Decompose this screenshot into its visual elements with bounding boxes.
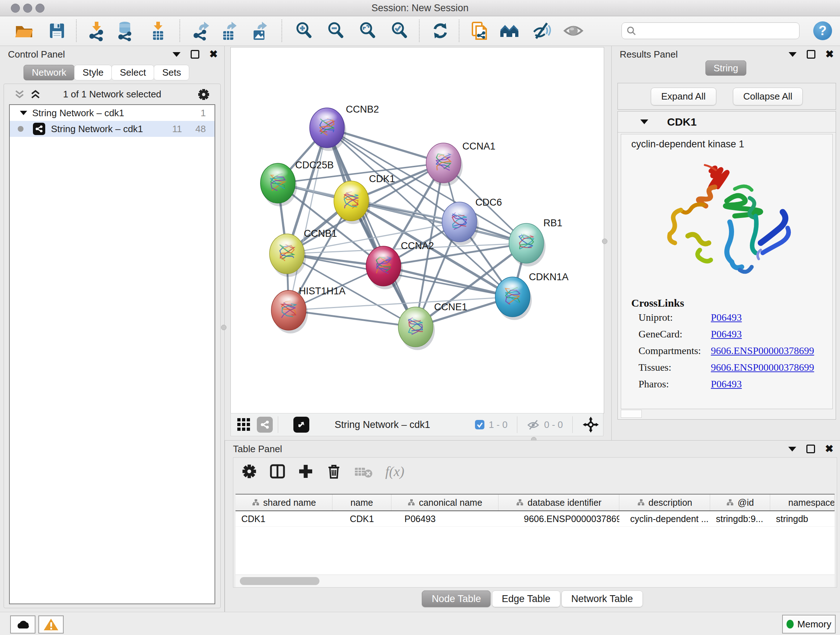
detach-view-icon[interactable] <box>294 417 309 432</box>
node-label-CCNA1: CCNA1 <box>462 141 496 152</box>
crosslink-label: Uniprot: <box>638 312 711 323</box>
crosslink-row: Uniprot: P06493 <box>621 309 832 326</box>
crosslink-tissues-link[interactable]: 9606.ENSP00000378699 <box>711 362 814 373</box>
delete-column-icon[interactable] <box>325 463 343 480</box>
warnings-button[interactable] <box>38 616 64 633</box>
refresh-icon[interactable] <box>430 20 451 41</box>
birds-eye-view-icon[interactable] <box>236 416 252 433</box>
main-toolbar: ? <box>0 16 840 46</box>
network-node-RB1[interactable]: RB1 <box>509 218 562 266</box>
column-header-canonical-name[interactable]: canonical name <box>392 494 499 510</box>
import-table-file-icon[interactable] <box>148 20 169 41</box>
save-session-icon[interactable] <box>46 20 67 41</box>
tree-expander-icon[interactable] <box>20 111 27 115</box>
network-options-gear-icon[interactable] <box>197 88 210 101</box>
section-collapse-icon[interactable] <box>640 119 648 124</box>
crosslink-label: Tissues: <box>638 362 711 373</box>
network-canvas[interactable]: CCNB2CCNA1CDC25BCDK1CDC6RB1CCNB1CCNA2CDK… <box>231 47 604 413</box>
show-all-icon[interactable] <box>563 20 584 41</box>
crosslink-genecard-link[interactable]: P06493 <box>711 328 742 340</box>
crosslink-pharos-link[interactable]: P06493 <box>711 378 742 390</box>
collapse-all-button[interactable]: Collapse All <box>733 88 803 105</box>
column-header-namespace[interactable]: namespace <box>770 494 835 510</box>
export-image-icon[interactable] <box>249 20 270 41</box>
network-edge[interactable] <box>289 128 327 310</box>
expand-all-button[interactable]: Expand All <box>651 88 716 105</box>
node-label-CDC6: CDC6 <box>475 197 502 208</box>
gene-description: cyclin-dependent kinase 1 <box>621 134 832 150</box>
import-network-database-icon[interactable] <box>115 20 136 41</box>
help-icon[interactable]: ? <box>813 21 832 40</box>
zoom-in-icon[interactable] <box>294 20 315 41</box>
selected-checkbox-icon[interactable] <box>475 420 485 429</box>
left-splitter-handle[interactable] <box>221 325 226 330</box>
cloud-button[interactable] <box>10 616 35 633</box>
panel-menu-icon[interactable] <box>789 52 797 57</box>
zoom-selected-icon[interactable] <box>389 20 410 41</box>
shared-column-icon <box>726 499 734 507</box>
pan-mode-icon[interactable] <box>582 416 600 433</box>
toolbar-separator <box>76 19 77 42</box>
window-title: Session: New Session <box>0 0 840 16</box>
column-header-database-identifier[interactable]: database identifier <box>499 494 619 510</box>
tab-node-table[interactable]: Node Table <box>422 591 491 607</box>
delete-table-icon <box>354 463 374 480</box>
table-options-gear-icon[interactable] <box>240 463 258 480</box>
tab-edge-table[interactable]: Edge Table <box>492 591 561 607</box>
zoom-fit-icon[interactable] <box>357 20 378 41</box>
panel-close-icon[interactable]: ✖ <box>210 49 218 59</box>
protein-structure-image <box>651 152 803 297</box>
import-network-file-icon[interactable] <box>86 20 107 41</box>
results-scrollbar[interactable] <box>621 410 642 418</box>
show-columns-icon[interactable] <box>269 463 286 480</box>
network-collection-row[interactable]: String Network – cdk1 1 <box>10 105 215 121</box>
tab-network-table[interactable]: Network Table <box>561 591 643 607</box>
network-collection-label: String Network – cdk1 <box>32 108 124 119</box>
table-row[interactable]: CDK1 CDK1 P06493 9606.ENSP00000378699 cy… <box>235 511 835 527</box>
network-node-CDC6[interactable]: CDC6 <box>442 197 502 245</box>
gene-section-header[interactable]: CDK1 <box>618 111 836 133</box>
clone-network-icon[interactable] <box>470 20 491 41</box>
network-node-CDK1[interactable]: CDK1 <box>334 173 395 224</box>
tab-style[interactable]: Style <box>74 65 112 80</box>
zoom-out-icon[interactable] <box>325 20 347 41</box>
panel-close-icon[interactable]: ✖ <box>825 444 834 454</box>
search-field[interactable] <box>622 22 799 39</box>
table-horizontal-scrollbar[interactable] <box>235 575 835 587</box>
string-view-icon[interactable] <box>257 417 273 432</box>
right-splitter-handle[interactable] <box>602 239 607 244</box>
network-node-CCNE1[interactable]: CCNE1 <box>398 302 467 350</box>
network-node-CDKN1A[interactable]: CDKN1A <box>495 272 569 320</box>
export-table-icon[interactable] <box>218 20 240 41</box>
tab-network[interactable]: Network <box>24 65 74 80</box>
crosslink-row: GeneCard: P06493 <box>621 326 832 342</box>
panel-float-icon[interactable] <box>806 445 815 453</box>
tab-sets[interactable]: Sets <box>154 65 189 80</box>
home-icon[interactable] <box>499 20 520 41</box>
crosslink-uniprot-link[interactable]: P06493 <box>711 312 742 323</box>
search-input[interactable] <box>636 25 790 36</box>
panel-menu-icon[interactable] <box>172 52 180 57</box>
hide-selected-icon[interactable] <box>531 20 552 41</box>
tab-string-results[interactable]: String <box>706 60 747 76</box>
export-network-icon[interactable] <box>191 20 212 41</box>
column-header-name[interactable]: name <box>332 494 392 510</box>
column-header-shared-name[interactable]: shared name <box>235 494 332 510</box>
search-icon <box>626 26 636 36</box>
panel-float-icon[interactable] <box>191 50 199 59</box>
toolbar-separator <box>281 19 282 42</box>
column-header-id[interactable]: @id <box>710 494 770 510</box>
panel-close-icon[interactable]: ✖ <box>826 49 834 59</box>
function-builder-icon: f(x) <box>385 463 404 479</box>
network-row[interactable]: String Network – cdk1 11 48 <box>10 121 215 137</box>
crosslink-compartments-link[interactable]: 9606.ENSP00000378699 <box>711 345 814 356</box>
column-header-description[interactable]: description <box>619 494 710 510</box>
panel-float-icon[interactable] <box>807 50 815 59</box>
memory-button[interactable]: Memory <box>782 615 836 633</box>
network-edge[interactable] <box>327 128 416 327</box>
open-session-icon[interactable] <box>13 20 34 41</box>
scrollbar-thumb[interactable] <box>240 577 319 585</box>
add-column-icon[interactable] <box>297 463 314 480</box>
tab-select[interactable]: Select <box>111 65 154 80</box>
panel-menu-icon[interactable] <box>788 447 796 451</box>
